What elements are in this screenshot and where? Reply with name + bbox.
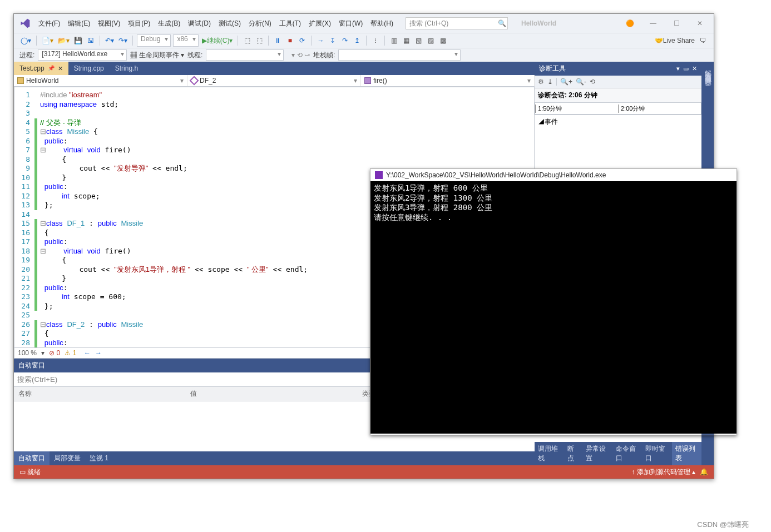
tab-exceptions[interactable]: 异常设置	[582, 442, 612, 465]
stop-button[interactable]: ■	[285, 34, 295, 47]
panel-close-icon[interactable]: ✕	[692, 65, 697, 72]
col-name[interactable]: 名称	[14, 387, 186, 401]
project-menu[interactable]: 项目(P)	[128, 19, 150, 28]
restart-button[interactable]: ⟳	[297, 34, 307, 47]
show-next-stmt-button[interactable]: →	[315, 34, 325, 47]
status-ready: 就绪	[27, 468, 41, 477]
help-menu[interactable]: 帮助(H)	[370, 19, 393, 28]
app-title: HelloWorld	[521, 19, 556, 27]
maximize-button[interactable]: ☐	[668, 19, 685, 27]
close-icon[interactable]: ✕	[58, 62, 63, 75]
export-icon[interactable]: ⤓	[547, 78, 553, 86]
quick-search-input[interactable]	[406, 19, 496, 27]
warning-count[interactable]: ⚠ 1	[65, 349, 76, 357]
extensions-menu[interactable]: 扩展(X)	[309, 19, 331, 28]
thread-dropdown[interactable]	[206, 49, 284, 61]
panel-pin-icon[interactable]: ▭	[683, 65, 689, 72]
platform-dropdown[interactable]: x86	[173, 34, 198, 47]
process-dropdown[interactable]: [3172] HelloWorld.exe	[38, 49, 127, 61]
step-into-button[interactable]: ↧	[328, 34, 338, 47]
quick-search[interactable]: 🔍	[406, 17, 508, 29]
console-title-text: Y:\002_WorkSpace\002_VS\HelloWorld\Hello…	[386, 171, 606, 179]
console-titlebar[interactable]: Y:\002_WorkSpace\002_VS\HelloWorld\Hello…	[370, 169, 737, 181]
step-out-button[interactable]: ↥	[352, 34, 362, 47]
zoom-reset-icon[interactable]: ⟲	[590, 78, 595, 86]
notifications-icon[interactable]: 🔔	[700, 468, 708, 476]
pause-button[interactable]: ⏸	[273, 34, 283, 47]
view-menu[interactable]: 视图(V)	[98, 19, 120, 28]
error-count[interactable]: ⊘ 0	[49, 349, 60, 357]
save-button[interactable]: 💾	[73, 34, 83, 47]
next-issue-button[interactable]: →	[95, 349, 102, 357]
nav-class[interactable]: DF_2▾	[187, 75, 361, 86]
layout-button-5[interactable]: ▩	[438, 34, 448, 47]
test-menu[interactable]: 测试(S)	[219, 19, 241, 28]
file-menu[interactable]: 文件(F)	[38, 19, 60, 28]
layout-button-1[interactable]: ▥	[389, 34, 399, 47]
console-icon	[375, 171, 383, 179]
minimize-button[interactable]: —	[645, 19, 661, 27]
lifecycle-label: ▦ 生命周期事件 ▾	[130, 51, 184, 60]
tools-menu[interactable]: 工具(T)	[279, 19, 301, 28]
extra-button-2[interactable]: ⬚	[254, 34, 264, 47]
tab-errorlist[interactable]: 错误列表	[672, 442, 701, 465]
console-window[interactable]: Y:\002_WorkSpace\002_VS\HelloWorld\Hello…	[370, 168, 737, 435]
zoom-in-icon[interactable]: 🔍+	[560, 78, 572, 86]
build-menu[interactable]: 生成(B)	[158, 19, 180, 28]
tab-watch1[interactable]: 监视 1	[85, 451, 113, 465]
stackframe-dropdown[interactable]	[338, 49, 461, 61]
tab-autos[interactable]: 自动窗口	[14, 451, 50, 465]
layout-button-3[interactable]: ▧	[413, 34, 423, 47]
diag-toolbar: ⚙ ⤓ 🔍+ 🔍- ⟲	[535, 76, 701, 88]
status-bar: ▭ 就绪 ↑ 添加到源代码管理 ▴ 🔔	[14, 465, 714, 479]
live-share-button[interactable]: 🤝 Live Share	[654, 34, 696, 47]
feedback-icon[interactable]: 🗨	[698, 34, 708, 47]
account-icon[interactable]: 🟠	[621, 19, 638, 27]
tab-string-h[interactable]: String.h	[110, 62, 144, 75]
window-menu[interactable]: 窗口(W)	[339, 19, 363, 28]
console-output[interactable]: 发射东风1导弹，射程 600 公里 发射东风2导弹，射程 1300 公里 发射东…	[370, 181, 737, 434]
tab-callstack[interactable]: 调用堆栈	[535, 442, 564, 465]
edit-menu[interactable]: 编辑(E)	[68, 19, 90, 28]
nav-scope[interactable]: HelloWorld▾	[14, 75, 187, 86]
search-icon[interactable]: 🔍	[496, 19, 507, 27]
back-button[interactable]: ◯▾	[19, 34, 32, 47]
layout-button-2[interactable]: ▦	[401, 34, 411, 47]
autos-search-input[interactable]	[14, 372, 423, 386]
settings-icon[interactable]: ⚙	[538, 78, 544, 86]
close-button[interactable]: ✕	[691, 19, 708, 27]
continue-button[interactable]: ▶ 继续(C) ▾	[201, 34, 234, 47]
undo-button[interactable]: ↶▾	[104, 34, 115, 47]
source-control-button[interactable]: ↑ 添加到源代码管理 ▴	[631, 468, 695, 477]
step-over-button[interactable]: ↷	[340, 34, 350, 47]
open-file-button[interactable]: 📂▾	[57, 34, 71, 47]
layout-button-4[interactable]: ▨	[426, 34, 436, 47]
misc-button-1[interactable]: ⫶	[370, 34, 380, 47]
panel-dropdown-icon[interactable]: ▾	[676, 65, 680, 72]
extra-button-1[interactable]: ⬚	[242, 34, 252, 47]
nav-member[interactable]: fire()▾	[361, 75, 535, 86]
col-value[interactable]: 值	[186, 387, 358, 401]
redo-button[interactable]: ↷▾	[117, 34, 128, 47]
tab-locals[interactable]: 局部变量	[50, 451, 85, 465]
tab-breakpoints[interactable]: 断点	[564, 442, 582, 465]
tab-command[interactable]: 命令窗口	[612, 442, 642, 465]
tab-test-cpp[interactable]: Test.cpp📌✕	[14, 62, 68, 75]
prev-issue-button[interactable]: ←	[84, 349, 91, 357]
menu-bar: 文件(F) 编辑(E) 视图(V) 项目(P) 生成(B) 调试(D) 测试(S…	[14, 14, 714, 33]
debug-menu[interactable]: 调试(D)	[188, 19, 211, 28]
config-dropdown[interactable]: Debug	[137, 34, 171, 47]
tab-string-cpp[interactable]: String.cpp	[68, 62, 110, 75]
tab-immediate[interactable]: 即时窗口	[642, 442, 671, 465]
pin-icon[interactable]: 📌	[48, 62, 55, 75]
zoom-level[interactable]: 100 %	[18, 349, 37, 357]
diag-events-row[interactable]: ◢事件	[535, 115, 701, 129]
diag-timeline[interactable]: 1:50分钟 2:00分钟	[535, 102, 701, 115]
project-icon	[17, 77, 24, 84]
new-item-button[interactable]: 📄▾	[41, 34, 55, 47]
analyze-menu[interactable]: 分析(N)	[249, 19, 271, 28]
diag-session-label: 诊断会话: 2:06 分钟	[535, 88, 701, 102]
save-all-button[interactable]: 🖫	[86, 34, 96, 47]
zoom-out-icon[interactable]: 🔍-	[576, 78, 586, 86]
process-label: 进程:	[19, 51, 34, 60]
